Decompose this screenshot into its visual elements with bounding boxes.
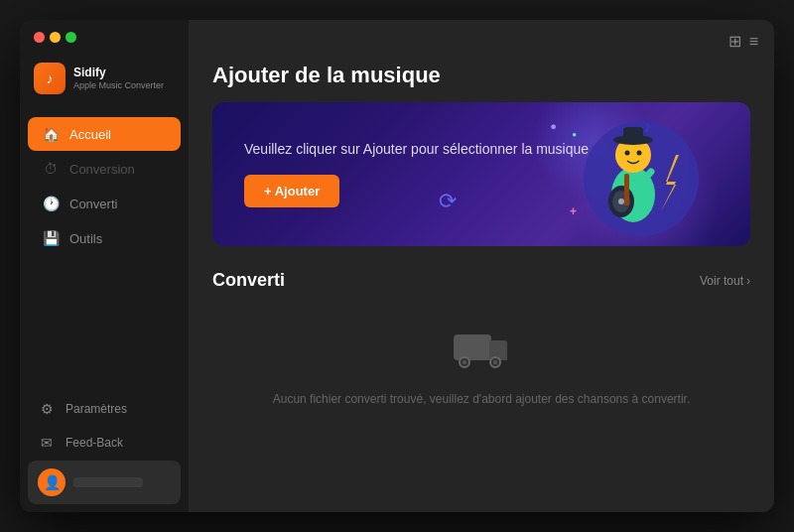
traffic-light-red[interactable]	[34, 32, 45, 43]
sidebar-item-feedback[interactable]: ✉ Feed-Back	[28, 427, 181, 459]
converted-section-title: Converti	[212, 270, 285, 291]
sidebar-item-label: Converti	[69, 197, 117, 211]
hero-left: Veuillez cliquer sur Ajouter pour sélect…	[244, 141, 589, 207]
add-music-button[interactable]: + Ajouter	[244, 175, 339, 207]
parametres-label: Paramètres	[66, 402, 127, 416]
sidebar-item-label: Outils	[69, 231, 102, 246]
app-window: ♪ Sidify Apple Music Converter 🏠 Accueil…	[20, 20, 774, 512]
app-subtitle: Apple Music Converter	[73, 80, 164, 91]
svg-point-10	[618, 199, 624, 204]
hero-banner: Veuillez cliquer sur Ajouter pour sélect…	[212, 102, 750, 246]
conversion-icon: ⏱	[42, 161, 60, 177]
svg-rect-11	[624, 174, 629, 205]
feedback-label: Feed-Back	[66, 436, 123, 450]
content-area: Ajouter de la musique Veuillez cliquer s…	[189, 55, 774, 512]
sidebar: ♪ Sidify Apple Music Converter 🏠 Accueil…	[20, 20, 189, 512]
grid-icon[interactable]: ⊞	[728, 32, 741, 51]
title-bar-icons: ⊞ ≡	[728, 32, 758, 51]
svg-point-6	[625, 151, 630, 156]
sidebar-item-parametres[interactable]: ⚙ Paramètres	[28, 393, 181, 425]
empty-state: Aucun fichier converti trouvé, veuillez …	[212, 307, 750, 422]
empty-message: Aucun fichier converti trouvé, veuillez …	[273, 392, 691, 406]
sidebar-item-conversion: ⏱ Conversion	[28, 152, 181, 186]
sidebar-item-label: Accueil	[69, 127, 111, 142]
home-icon: 🏠	[42, 126, 60, 142]
sidebar-bottom: ⚙ Paramètres ✉ Feed-Back 👤	[20, 385, 189, 512]
sidebar-item-converti[interactable]: 🕐 Converti	[28, 187, 181, 220]
traffic-light-green[interactable]	[66, 32, 76, 43]
sidebar-item-accueil[interactable]: 🏠 Accueil	[28, 117, 181, 151]
user-profile[interactable]: 👤	[28, 461, 181, 504]
page-title: Ajouter de la musique	[212, 63, 750, 88]
see-all-button[interactable]: Voir tout ›	[700, 274, 750, 288]
app-name: Sidify	[73, 66, 164, 79]
main-content: ⊞ ≡ Ajouter de la musique Veuillez cliqu…	[189, 20, 774, 512]
app-title-group: Sidify Apple Music Converter	[73, 66, 164, 90]
svg-rect-12	[454, 334, 491, 360]
user-name	[73, 477, 143, 487]
svg-point-7	[637, 151, 642, 156]
clock-icon: 🕐	[42, 196, 60, 211]
sidebar-item-outils[interactable]: 💾 Outils	[28, 221, 181, 255]
menu-icon[interactable]: ≡	[749, 33, 758, 51]
mail-icon: ✉	[38, 435, 56, 451]
converted-header: Converti Voir tout ›	[212, 270, 750, 291]
sidebar-nav: 🏠 Accueil ⏱ Conversion 🕐 Converti 💾 Outi…	[20, 108, 189, 385]
sidebar-item-label: Conversion	[69, 162, 135, 177]
svg-point-16	[463, 360, 466, 364]
svg-rect-5	[623, 127, 643, 143]
traffic-lights	[20, 20, 189, 47]
svg-point-17	[493, 360, 497, 364]
user-avatar: 👤	[38, 468, 66, 496]
app-logo: ♪	[34, 63, 66, 94]
traffic-light-yellow[interactable]	[50, 32, 61, 43]
see-all-label: Voir tout	[700, 274, 743, 288]
empty-truck-icon	[452, 323, 511, 382]
hero-description: Veuillez cliquer sur Ajouter pour sélect…	[244, 141, 589, 157]
tools-icon: 💾	[42, 230, 60, 246]
sidebar-header: ♪ Sidify Apple Music Converter	[20, 47, 189, 108]
title-bar: ⊞ ≡	[189, 20, 774, 55]
chevron-right-icon: ›	[746, 274, 750, 288]
settings-icon: ⚙	[38, 401, 56, 417]
